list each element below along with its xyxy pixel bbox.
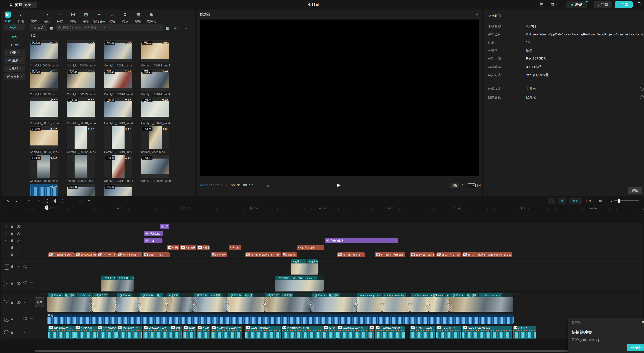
media-card[interactable]: 00:02: [104, 126, 132, 149]
transition-icon[interactable]: ⋈: [427, 302, 430, 306]
media-card[interactable]: 已添加00:02: [104, 98, 132, 120]
tts-audio-clip[interactable]: Aa雪山仙尊初见仙玉时，: [245, 326, 281, 339]
media-card[interactable]: 已添加: [141, 155, 169, 178]
text-clip[interactable]: Aa在天地初生之时，: [48, 252, 75, 257]
sidebar-item-导入[interactable]: 导入∧: [4, 24, 26, 31]
track-visibility-icon[interactable]: [17, 240, 20, 243]
player-viewport[interactable]: [200, 20, 479, 176]
select-tool[interactable]: ↖: [5, 198, 11, 204]
tab-智能包装[interactable]: ✦智能包装: [92, 10, 106, 23]
zoom-slider-knob[interactable]: [618, 199, 620, 203]
text-clip[interactable]: Aa≡道德天: [180, 245, 196, 250]
tts-audio-clip[interactable]: Aa道德天: [183, 326, 196, 339]
workspace-layout-icon[interactable]: ▥∨: [551, 0, 557, 9]
sidebar-item-AI 生成[interactable]: AI 生成∨: [4, 57, 26, 64]
transition-icon[interactable]: ⋈: [192, 302, 195, 306]
track-visibility-icon[interactable]: [17, 254, 20, 257]
video-clip[interactable]: ◔变速 0.3X补分辨率normal_v: [275, 275, 324, 291]
effect-clip[interactable]: ✦聚焦色散: [144, 231, 163, 236]
transition-icon[interactable]: ⋈: [447, 302, 451, 306]
preview-axis-toggle[interactable]: ⊥ ∨: [584, 198, 592, 204]
audio-clip[interactable]: 镇魂: [47, 314, 514, 324]
track-more-icon[interactable]: ⋯: [30, 316, 33, 320]
transition-icon[interactable]: ⋈: [309, 302, 312, 306]
track-visibility-icon[interactable]: [17, 225, 20, 229]
video-clip[interactable]: ◔变速 0.2X补分辨率ComfyUI_00017_.m: [449, 293, 513, 312]
tab-音频[interactable]: ♪音频: [14, 10, 27, 23]
cover-button[interactable]: 封面: [35, 297, 44, 307]
filter-icon[interactable]: ▽∨: [185, 26, 189, 30]
modify-button[interactable]: 修改: [628, 187, 642, 194]
video-clip[interactable]: ComfyUI_temp_hqtar_00034_.png: [357, 293, 382, 312]
media-card[interactable]: 已添加00:02: [30, 69, 58, 91]
zoom-slider[interactable]: [614, 200, 639, 201]
text-clip[interactable]: Aa500年后，雪山仙: [410, 252, 435, 257]
track-more-icon[interactable]: ⋯: [30, 330, 33, 333]
split-left-button[interactable]: ⁝[: [52, 198, 58, 204]
sidebar-item-官方素材[interactable]: 官方素材∨: [4, 73, 26, 80]
tab-特效[interactable]: ✧特效: [53, 10, 66, 23]
tts-audio-clip[interactable]: Aa文: [369, 326, 374, 339]
text-clip[interactable]: ≡雪山仙: [229, 245, 242, 250]
tts-audio-clip[interactable]: Aa并在收仙玉为徒后便不: [375, 326, 405, 339]
magnet-toggle[interactable]: ⊣⊢: [548, 198, 556, 204]
frame-grid-icon[interactable]: ▦: [266, 184, 269, 187]
sidebar-item-云素材[interactable]: 云素材∨: [4, 65, 26, 72]
tts-audio-clip[interactable]: Aa500年后，雪山仙: [410, 326, 435, 339]
tts-audio-clip[interactable]: Aa文本朗: [323, 326, 337, 339]
track-mute-icon[interactable]: ◁)): [23, 330, 27, 333]
track-lock-icon[interactable]: [11, 254, 14, 257]
effect-clip[interactable]: ✦聚光灯金粉: [325, 238, 398, 243]
play-button[interactable]: ▶: [337, 182, 341, 188]
bottom-panel-layout-icon[interactable]: ▤: [540, 0, 544, 9]
tts-audio-clip[interactable]: Aa闭关之前，下发: [436, 326, 461, 339]
timeline-scale-button[interactable]: ⊞: [597, 198, 604, 204]
video-clip[interactable]: ComfyUI_temp_hqt: [382, 293, 410, 312]
restore-window-button[interactable]: [637, 0, 640, 9]
redo-button[interactable]: ↷: [35, 198, 41, 204]
text-clip[interactable]: Aa雪山此生仅仙玉一徒: [337, 252, 365, 257]
grid-view-icon[interactable]: ▦: [166, 26, 170, 30]
track-visibility-icon[interactable]: [17, 282, 20, 285]
media-card[interactable]: 已添加00:02: [104, 40, 132, 62]
video-clip[interactable]: ◔变速 0.5X补分辨: [227, 293, 264, 312]
track-mute-icon[interactable]: ◁)): [23, 264, 27, 268]
text-clip[interactable]: ≡仙 / 玉 / 公子: [297, 245, 324, 250]
track-lock-icon[interactable]: [11, 331, 14, 334]
tab-字幕[interactable]: ▤字幕: [80, 10, 92, 23]
tab-调节[interactable]: ⚙调节: [118, 10, 132, 23]
close-icon[interactable]: ✕: [642, 320, 644, 324]
tts-audio-clip[interactable]: Aa文本朗读: [513, 326, 536, 339]
media-card[interactable]: 已添加00:02: [104, 69, 132, 91]
text-clip[interactable]: Aa混沌生阴阳，一: [118, 252, 142, 257]
transition-icon[interactable]: ⋈: [114, 302, 118, 306]
track-visibility-icon[interactable]: [17, 247, 20, 250]
text-clip[interactable]: Aa闭关之前，下发现: [436, 252, 461, 257]
video-clip[interactable]: ◔变速 0.3X补分辨率: [264, 293, 311, 312]
tts-audio-clip[interactable]: Aa仙玉公子此番下山就是: [462, 326, 512, 339]
zoom-in-button[interactable]: ⊕: [641, 198, 644, 204]
tts-audio-clip[interactable]: Aa原始: [170, 326, 182, 339]
dont-remind-button[interactable]: 不再提示: [627, 344, 644, 351]
track-lock-icon[interactable]: [11, 318, 14, 321]
track-mute-icon[interactable]: ◁)): [23, 300, 27, 303]
aspect-ratio-badge[interactable]: 16:9: [468, 183, 476, 187]
text-clear-button[interactable]: ✂: [86, 198, 92, 204]
media-card[interactable]: 已添加00:02: [30, 155, 58, 178]
svip-button[interactable]: ◆ SVIP: [566, 1, 587, 8]
playhead-head[interactable]: [46, 205, 48, 210]
tts-audio-clip[interactable]: Aa灵宝天尊初见仙玉的师傅: [211, 326, 242, 339]
text-clip[interactable]: Aa≡原始: [166, 245, 179, 250]
tts-audio-clip[interactable]: Aa阴阳生三清，三清: [143, 326, 170, 339]
media-card[interactable]: 00:02: [30, 98, 58, 120]
text-clip[interactable]: Aa并在收仙玉为徒后便不: [375, 252, 405, 257]
video-clip[interactable]: ◔变速 0.3X补分辨率ComfyUI_00: [47, 293, 92, 312]
tts-audio-clip[interactable]: Aa在天地初生之时，月: [48, 326, 75, 339]
tab-模板[interactable]: ▦模板: [132, 10, 145, 23]
text-clip[interactable]: Aa有一天，世界: [98, 252, 117, 257]
track-more-icon[interactable]: ⋯: [30, 264, 33, 268]
video-clip[interactable]: ◔变速 0.2X补分辨率: [290, 259, 318, 274]
media-card[interactable]: 已添加00:02: [104, 155, 132, 178]
quality-badge[interactable]: 清晰: [450, 183, 459, 188]
media-card[interactable]: 已添加00:02: [141, 40, 169, 62]
